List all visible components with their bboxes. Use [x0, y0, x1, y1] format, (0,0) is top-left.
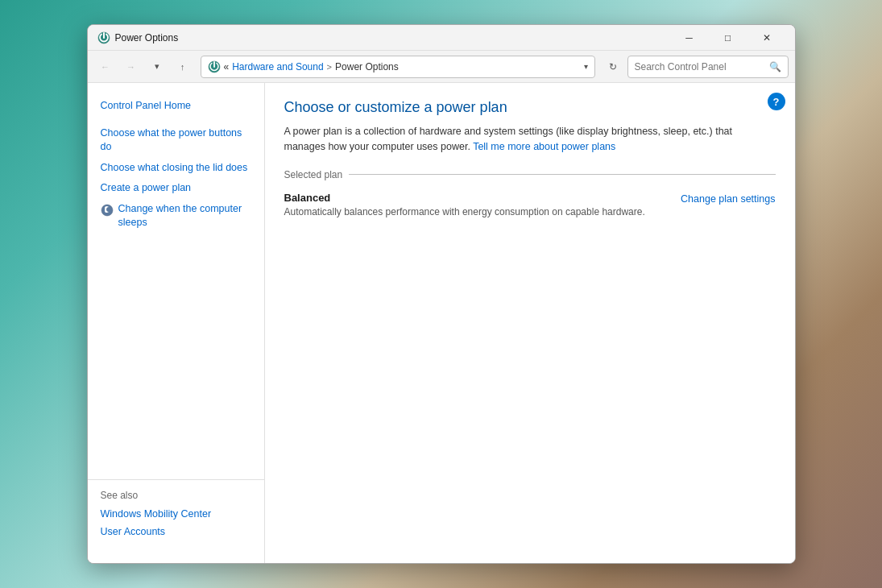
up-button[interactable]: ↑ — [172, 56, 194, 78]
address-current: Power Options — [335, 61, 399, 72]
help-button[interactable]: ? — [768, 93, 785, 110]
power-options-window: Power Options ─ □ ✕ ← → ▾ ↑ — [87, 24, 796, 564]
plan-row: Balanced Automatically balances performa… — [284, 188, 776, 221]
content-area: Control Panel Home Choose what the power… — [88, 83, 795, 563]
refresh-button[interactable]: ↻ — [602, 56, 624, 78]
main-title: Choose or customize a power plan — [284, 99, 776, 116]
sidebar-active-icon — [101, 204, 114, 217]
address-dropdown-icon[interactable]: ▾ — [584, 62, 588, 71]
sidebar-item-closing-lid[interactable]: Choose what closing the lid does — [88, 158, 264, 179]
address-icon — [208, 60, 221, 73]
window-controls: ─ □ ✕ — [671, 25, 785, 51]
minimize-button[interactable]: ─ — [671, 25, 708, 51]
change-plan-settings-link[interactable]: Change plan settings — [681, 193, 775, 205]
address-bar[interactable]: « Hardware and Sound > Power Options ▾ — [201, 56, 595, 78]
sidebar-item-create-plan[interactable]: Create a power plan — [88, 178, 264, 199]
back-button[interactable]: ← — [94, 56, 117, 78]
sidebar-user-accounts[interactable]: User Accounts — [101, 524, 251, 541]
see-also-label: See also — [101, 490, 251, 501]
plan-name: Balanced — [284, 192, 645, 204]
sidebar-control-panel-home[interactable]: Control Panel Home — [88, 96, 264, 117]
maximize-button[interactable]: □ — [710, 25, 747, 51]
recent-locations-button[interactable]: ▾ — [146, 56, 168, 78]
forward-button[interactable]: → — [120, 56, 143, 78]
selected-plan-header: Selected plan — [284, 169, 776, 180]
nav-bar: ← → ▾ ↑ « Hardware and Sound > Power — [88, 51, 795, 83]
sidebar-bottom: See also Windows Mobility Center User Ac… — [88, 479, 264, 550]
selected-plan-section: Selected plan Balanced Automatically bal… — [284, 169, 776, 221]
title-bar: Power Options ─ □ ✕ — [88, 25, 795, 51]
address-parent-link[interactable]: Hardware and Sound — [232, 61, 323, 72]
address-text: « Hardware and Sound > Power Options — [224, 61, 581, 72]
plan-info: Balanced Automatically balances performa… — [284, 192, 645, 217]
sidebar-mobility-center[interactable]: Windows Mobility Center — [101, 506, 251, 524]
close-button[interactable]: ✕ — [748, 25, 785, 51]
plan-description: Automatically balances performance with … — [284, 206, 645, 217]
window-icon — [97, 31, 110, 44]
sidebar-item-computer-sleeps[interactable]: Change when the computer sleeps — [88, 199, 264, 234]
main-description: A power plan is a collection of hardware… — [284, 124, 776, 155]
sidebar-item-power-buttons[interactable]: Choose what the power buttons do — [88, 123, 264, 158]
search-icon[interactable]: 🔍 — [769, 61, 781, 72]
tell-me-more-link[interactable]: Tell me more about power plans — [473, 141, 615, 152]
search-bar: 🔍 — [627, 56, 789, 78]
main-panel: ? Choose or customize a power plan A pow… — [265, 83, 795, 563]
selected-plan-divider — [349, 174, 775, 175]
selected-plan-label: Selected plan — [284, 169, 343, 180]
sidebar: Control Panel Home Choose what the power… — [88, 83, 265, 563]
window-title: Power Options — [115, 32, 671, 43]
search-input[interactable] — [635, 61, 766, 72]
